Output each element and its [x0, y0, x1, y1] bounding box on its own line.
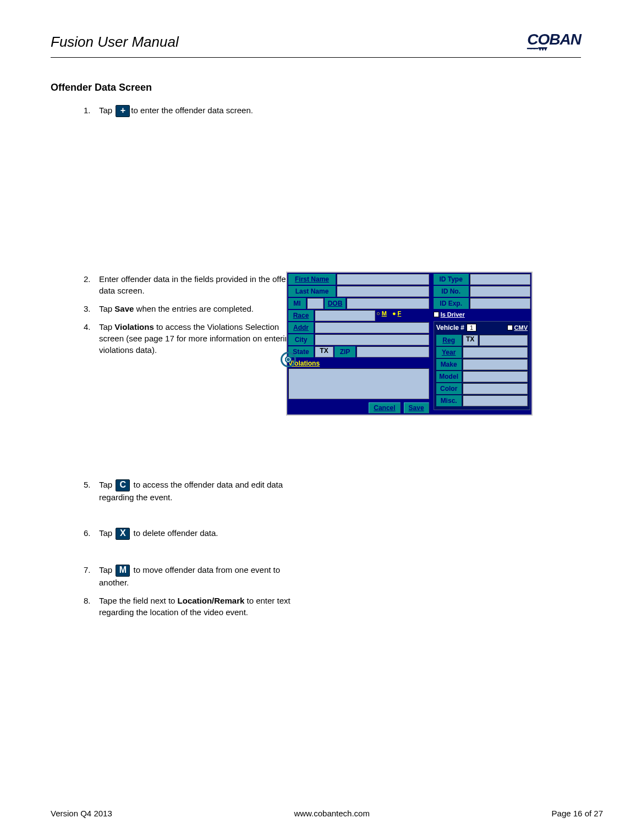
zip-input[interactable]	[357, 346, 429, 357]
is-driver-checkbox[interactable]: Is Driver	[434, 311, 465, 318]
id-no-input[interactable]	[470, 286, 530, 297]
step-8: 8. Tape the field next to Location/Remar…	[84, 595, 304, 618]
offender-data-form-screenshot: First Name Last Name MI DOB Race ○ M ● F	[286, 272, 533, 416]
dob-input[interactable]	[347, 298, 429, 309]
brand-logo: COBAN ━━━ ▾▾▾	[527, 31, 581, 53]
id-exp-input[interactable]	[470, 298, 530, 309]
city-input[interactable]	[315, 334, 429, 345]
step-text: Tap	[99, 528, 114, 538]
step-number: 2.	[84, 273, 99, 285]
id-type-label: ID Type	[434, 274, 469, 285]
step-2: 2. Enter offender data in the fields pro…	[84, 273, 304, 296]
dob-label: DOB	[328, 300, 343, 307]
step-text: Tap	[99, 322, 114, 331]
step-text: to enter the offender data screen.	[131, 106, 253, 115]
save-button[interactable]: Save	[404, 402, 429, 413]
mi-label: MI	[288, 298, 306, 309]
addr-input[interactable]	[315, 322, 429, 333]
page-title: Fusion User Manual	[51, 34, 179, 51]
race-label: Race	[293, 312, 309, 319]
step-number: 4.	[84, 321, 99, 333]
color-label: Color	[440, 385, 457, 393]
last-name-input[interactable]	[337, 286, 429, 297]
plus-icon[interactable]: +	[116, 105, 130, 117]
year-label: Year	[442, 349, 456, 356]
spacer	[84, 124, 581, 267]
step-text: Tap	[99, 480, 114, 489]
city-label: City	[288, 334, 314, 345]
radio-f[interactable]: ● F	[392, 310, 401, 321]
c-icon[interactable]: C	[116, 479, 130, 491]
step-5: 5. Tap C to access the offender data and…	[84, 479, 304, 503]
step-text: Tap	[99, 106, 114, 115]
step-bold: Violations	[114, 322, 153, 331]
color-input[interactable]	[463, 383, 528, 394]
step-text: Enter offender data in the fields provid…	[99, 273, 304, 296]
vehicle-num-input[interactable]: 1	[467, 324, 476, 331]
page-header: Fusion User Manual COBAN ━━━ ▾▾▾	[51, 31, 581, 58]
step-number: 6.	[84, 527, 99, 539]
vehicle-num-label: Vehicle #	[436, 324, 464, 331]
footer-url: www.cobantech.com	[294, 809, 370, 818]
race-input[interactable]	[315, 310, 375, 321]
radio-m[interactable]: ○ M	[376, 310, 387, 321]
state-input[interactable]: TX	[315, 346, 333, 357]
model-label: Model	[439, 373, 458, 380]
m-icon[interactable]: M	[116, 565, 130, 577]
id-no-label: ID No.	[434, 286, 469, 297]
x-icon[interactable]: X	[116, 528, 130, 540]
reg-input[interactable]	[479, 335, 528, 346]
addr-label: Addr	[293, 324, 309, 331]
step-7: 7. Tap M to move offender data from one …	[84, 564, 304, 588]
last-name-label: Last Name	[295, 288, 329, 295]
step-number: 1.	[84, 104, 99, 116]
spacer	[84, 510, 581, 521]
reg-state-input[interactable]: TX	[463, 335, 478, 346]
footer-page: Page 16 of 27	[552, 809, 603, 818]
section-title: Offender Data Screen	[51, 82, 581, 93]
step-number: 8.	[84, 595, 99, 606]
step-text: Tape the field next to	[99, 596, 178, 605]
misc-input[interactable]	[463, 395, 528, 406]
step-bold: Save	[114, 304, 134, 313]
make-input[interactable]	[463, 359, 528, 370]
zip-label: ZIP	[335, 346, 355, 357]
step-text: to delete offender data.	[131, 528, 218, 538]
make-label: Make	[441, 361, 457, 368]
step-text: Tap	[99, 304, 114, 313]
misc-label: Misc.	[441, 397, 457, 405]
first-name-input[interactable]	[337, 274, 429, 285]
step-text: Tap	[99, 565, 114, 574]
cmv-checkbox[interactable]: CMV	[507, 324, 528, 331]
step-text: when the entries are completed.	[134, 304, 254, 313]
year-input[interactable]	[463, 347, 528, 358]
spacer	[84, 546, 581, 557]
cancel-button[interactable]: Cancel	[369, 402, 400, 413]
step-number: 5.	[84, 479, 99, 490]
id-exp-label: ID Exp.	[434, 298, 469, 309]
reg-label: Reg	[442, 336, 455, 344]
model-input[interactable]	[463, 371, 528, 382]
target-circle-icon	[281, 352, 296, 367]
step-4: 4. Tap Violations to access the Violatio…	[84, 321, 304, 356]
first-name-label: First Name	[295, 275, 329, 283]
step-3: 3. Tap Save when the entries are complet…	[84, 303, 304, 314]
mi-input[interactable]	[307, 298, 324, 309]
violations-box[interactable]	[288, 368, 429, 399]
step-1: 1. Tap +to enter the offender data scree…	[84, 104, 581, 117]
step-number: 3.	[84, 303, 99, 314]
step-number: 7.	[84, 564, 99, 576]
step-6: 6. Tap X to delete offender data.	[84, 527, 304, 540]
footer-version: Version Q4 2013	[51, 809, 112, 818]
step-bold: Location/Remark	[178, 596, 245, 605]
page-footer: Version Q4 2013 www.cobantech.com Page 1…	[51, 809, 603, 818]
id-type-input[interactable]	[470, 274, 530, 285]
